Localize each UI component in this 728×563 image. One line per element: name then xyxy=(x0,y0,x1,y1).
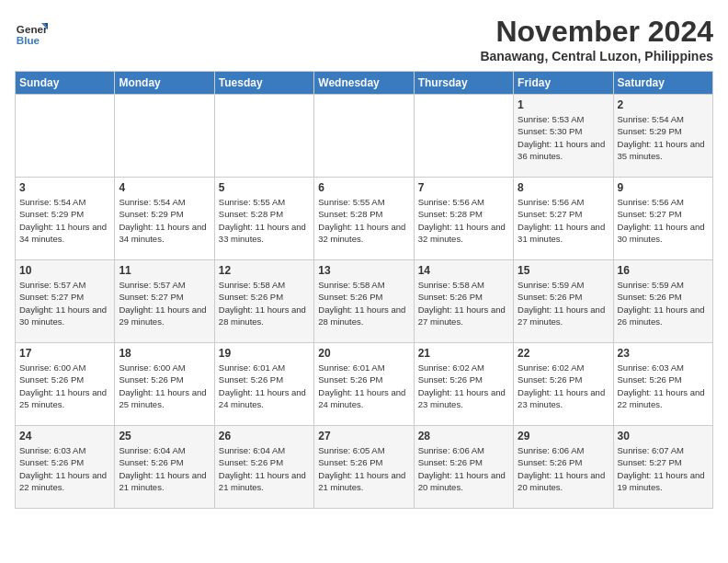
calendar-cell: 18Sunrise: 6:00 AM Sunset: 5:26 PM Dayli… xyxy=(115,343,214,426)
calendar-cell: 2Sunrise: 5:54 AM Sunset: 5:29 PM Daylig… xyxy=(613,95,712,178)
calendar-cell: 4Sunrise: 5:54 AM Sunset: 5:29 PM Daylig… xyxy=(115,178,214,260)
calendar-cell: 1Sunrise: 5:53 AM Sunset: 5:30 PM Daylig… xyxy=(514,95,613,178)
day-info: Sunrise: 5:56 AM Sunset: 5:28 PM Dayligh… xyxy=(418,196,509,245)
day-number: 22 xyxy=(518,347,609,360)
day-number: 15 xyxy=(518,264,609,277)
day-number: 4 xyxy=(119,181,210,194)
calendar-cell: 8Sunrise: 5:56 AM Sunset: 5:27 PM Daylig… xyxy=(514,178,613,260)
day-number: 3 xyxy=(19,181,110,194)
calendar-cell: 6Sunrise: 5:55 AM Sunset: 5:28 PM Daylig… xyxy=(314,178,414,260)
calendar-cell: 28Sunrise: 6:06 AM Sunset: 5:26 PM Dayli… xyxy=(414,426,513,509)
day-info: Sunrise: 6:01 AM Sunset: 5:26 PM Dayligh… xyxy=(219,362,310,410)
weekday-header-monday: Monday xyxy=(115,72,214,95)
calendar-cell: 27Sunrise: 6:05 AM Sunset: 5:26 PM Dayli… xyxy=(314,426,414,509)
calendar-cell: 3Sunrise: 5:54 AM Sunset: 5:29 PM Daylig… xyxy=(16,178,115,260)
day-number: 28 xyxy=(418,430,509,442)
location-title: Banawang, Central Luzon, Philippines xyxy=(480,49,713,63)
calendar-cell: 30Sunrise: 6:07 AM Sunset: 5:27 PM Dayli… xyxy=(613,426,712,509)
calendar-cell xyxy=(414,95,513,178)
calendar-cell: 23Sunrise: 6:03 AM Sunset: 5:26 PM Dayli… xyxy=(613,343,712,426)
day-number: 5 xyxy=(219,181,310,194)
calendar-week-4: 17Sunrise: 6:00 AM Sunset: 5:26 PM Dayli… xyxy=(16,343,713,426)
month-title: November 2024 xyxy=(480,15,713,49)
calendar-cell: 10Sunrise: 5:57 AM Sunset: 5:27 PM Dayli… xyxy=(16,260,115,343)
day-info: Sunrise: 6:02 AM Sunset: 5:26 PM Dayligh… xyxy=(418,362,509,410)
logo: General Blue xyxy=(15,15,48,48)
day-number: 14 xyxy=(418,264,509,277)
day-number: 8 xyxy=(518,181,609,194)
calendar-week-2: 3Sunrise: 5:54 AM Sunset: 5:29 PM Daylig… xyxy=(16,178,713,260)
weekday-header-tuesday: Tuesday xyxy=(214,72,313,95)
day-info: Sunrise: 6:03 AM Sunset: 5:26 PM Dayligh… xyxy=(618,362,709,410)
title-block: November 2024 Banawang, Central Luzon, P… xyxy=(480,15,713,63)
day-info: Sunrise: 5:55 AM Sunset: 5:28 PM Dayligh… xyxy=(318,196,409,245)
calendar-cell: 9Sunrise: 5:56 AM Sunset: 5:27 PM Daylig… xyxy=(613,178,712,260)
weekday-header-sunday: Sunday xyxy=(16,72,115,95)
day-info: Sunrise: 5:58 AM Sunset: 5:26 PM Dayligh… xyxy=(318,279,409,327)
day-number: 6 xyxy=(318,181,409,194)
day-number: 29 xyxy=(518,430,609,442)
day-info: Sunrise: 5:54 AM Sunset: 5:29 PM Dayligh… xyxy=(119,196,210,245)
day-info: Sunrise: 6:07 AM Sunset: 5:27 PM Dayligh… xyxy=(618,444,709,493)
day-number: 21 xyxy=(418,347,509,360)
calendar-header: SundayMondayTuesdayWednesdayThursdayFrid… xyxy=(16,72,713,95)
day-number: 27 xyxy=(318,430,409,442)
calendar-cell: 29Sunrise: 6:06 AM Sunset: 5:26 PM Dayli… xyxy=(514,426,613,509)
day-info: Sunrise: 5:53 AM Sunset: 5:30 PM Dayligh… xyxy=(518,113,609,162)
day-number: 18 xyxy=(119,347,210,360)
day-info: Sunrise: 5:55 AM Sunset: 5:28 PM Dayligh… xyxy=(219,196,310,245)
day-info: Sunrise: 5:59 AM Sunset: 5:26 PM Dayligh… xyxy=(518,279,609,327)
day-info: Sunrise: 5:58 AM Sunset: 5:26 PM Dayligh… xyxy=(418,279,509,327)
calendar-cell: 24Sunrise: 6:03 AM Sunset: 5:26 PM Dayli… xyxy=(16,426,115,509)
day-number: 16 xyxy=(618,264,709,277)
day-info: Sunrise: 6:06 AM Sunset: 5:26 PM Dayligh… xyxy=(418,444,509,493)
calendar-cell: 26Sunrise: 6:04 AM Sunset: 5:26 PM Dayli… xyxy=(214,426,313,509)
calendar-week-3: 10Sunrise: 5:57 AM Sunset: 5:27 PM Dayli… xyxy=(16,260,713,343)
page-header: General Blue November 2024 Banawang, Cen… xyxy=(15,15,713,63)
calendar-cell: 5Sunrise: 5:55 AM Sunset: 5:28 PM Daylig… xyxy=(214,178,313,260)
day-number: 30 xyxy=(618,430,709,442)
day-number: 13 xyxy=(318,264,409,277)
calendar-cell: 14Sunrise: 5:58 AM Sunset: 5:26 PM Dayli… xyxy=(414,260,513,343)
day-info: Sunrise: 6:00 AM Sunset: 5:26 PM Dayligh… xyxy=(119,362,210,410)
day-info: Sunrise: 6:03 AM Sunset: 5:26 PM Dayligh… xyxy=(19,444,110,493)
day-number: 23 xyxy=(618,347,709,360)
day-info: Sunrise: 5:59 AM Sunset: 5:26 PM Dayligh… xyxy=(618,279,709,327)
day-number: 20 xyxy=(318,347,409,360)
calendar-cell xyxy=(314,95,414,178)
day-number: 12 xyxy=(219,264,310,277)
day-number: 25 xyxy=(119,430,210,442)
day-info: Sunrise: 5:54 AM Sunset: 5:29 PM Dayligh… xyxy=(19,196,110,245)
weekday-header-saturday: Saturday xyxy=(613,72,712,95)
day-info: Sunrise: 5:58 AM Sunset: 5:26 PM Dayligh… xyxy=(219,279,310,327)
calendar-cell xyxy=(115,95,214,178)
day-info: Sunrise: 6:05 AM Sunset: 5:26 PM Dayligh… xyxy=(318,444,409,493)
day-info: Sunrise: 6:00 AM Sunset: 5:26 PM Dayligh… xyxy=(19,362,110,410)
calendar-week-5: 24Sunrise: 6:03 AM Sunset: 5:26 PM Dayli… xyxy=(16,426,713,509)
day-number: 11 xyxy=(119,264,210,277)
calendar-week-1: 1Sunrise: 5:53 AM Sunset: 5:30 PM Daylig… xyxy=(16,95,713,178)
logo-icon: General Blue xyxy=(15,15,48,48)
day-info: Sunrise: 6:06 AM Sunset: 5:26 PM Dayligh… xyxy=(518,444,609,493)
day-number: 10 xyxy=(19,264,110,277)
day-info: Sunrise: 6:02 AM Sunset: 5:26 PM Dayligh… xyxy=(518,362,609,410)
day-info: Sunrise: 5:56 AM Sunset: 5:27 PM Dayligh… xyxy=(518,196,609,245)
day-number: 17 xyxy=(19,347,110,360)
calendar-table: SundayMondayTuesdayWednesdayThursdayFrid… xyxy=(15,71,713,509)
calendar-cell: 11Sunrise: 5:57 AM Sunset: 5:27 PM Dayli… xyxy=(115,260,214,343)
calendar-cell: 20Sunrise: 6:01 AM Sunset: 5:26 PM Dayli… xyxy=(314,343,414,426)
day-number: 1 xyxy=(518,98,609,111)
day-number: 2 xyxy=(618,98,709,111)
day-number: 26 xyxy=(219,430,310,442)
day-number: 19 xyxy=(219,347,310,360)
calendar-cell: 25Sunrise: 6:04 AM Sunset: 5:26 PM Dayli… xyxy=(115,426,214,509)
day-info: Sunrise: 6:01 AM Sunset: 5:26 PM Dayligh… xyxy=(318,362,409,410)
calendar-cell xyxy=(16,95,115,178)
calendar-cell: 13Sunrise: 5:58 AM Sunset: 5:26 PM Dayli… xyxy=(314,260,414,343)
calendar-cell: 19Sunrise: 6:01 AM Sunset: 5:26 PM Dayli… xyxy=(214,343,313,426)
day-info: Sunrise: 5:56 AM Sunset: 5:27 PM Dayligh… xyxy=(618,196,709,245)
svg-text:Blue: Blue xyxy=(17,34,40,46)
weekday-header-thursday: Thursday xyxy=(414,72,513,95)
day-number: 9 xyxy=(618,181,709,194)
calendar-cell: 15Sunrise: 5:59 AM Sunset: 5:26 PM Dayli… xyxy=(514,260,613,343)
